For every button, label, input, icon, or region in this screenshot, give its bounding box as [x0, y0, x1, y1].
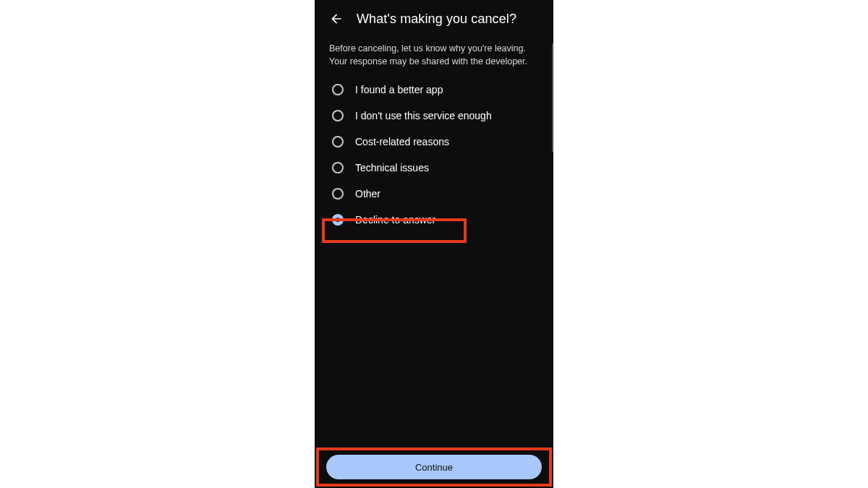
continue-button[interactable]: Continue: [326, 455, 542, 479]
radio-icon-selected: [332, 214, 344, 226]
option-label: Other: [355, 188, 380, 200]
option-decline-to-answer[interactable]: Decline to answer: [315, 207, 553, 233]
option-label: Cost-related reasons: [355, 136, 449, 147]
option-dont-use-enough[interactable]: I don't use this service enough: [315, 103, 553, 129]
header-bar: What's making you cancel?: [315, 0, 553, 35]
back-arrow-icon[interactable]: [328, 10, 345, 27]
cancellation-reason-list: I found a better app I don't use this se…: [315, 77, 553, 233]
footer: Continue: [315, 448, 553, 488]
radio-icon: [332, 84, 344, 95]
highlight-annotation-continue: Continue: [316, 448, 552, 487]
option-other[interactable]: Other: [315, 181, 553, 207]
description-text: Before canceling, let us know why you're…: [315, 35, 553, 77]
option-label: I found a better app: [355, 84, 443, 95]
radio-icon: [332, 110, 344, 121]
option-label: Technical issues: [355, 162, 429, 174]
option-cost-related[interactable]: Cost-related reasons: [315, 129, 553, 155]
radio-icon: [332, 136, 344, 147]
radio-icon: [332, 162, 344, 174]
option-technical-issues[interactable]: Technical issues: [315, 155, 553, 181]
option-label: I don't use this service enough: [355, 110, 492, 121]
continue-button-label: Continue: [415, 462, 453, 473]
option-better-app[interactable]: I found a better app: [315, 77, 553, 103]
page-title: What's making you cancel?: [357, 12, 516, 27]
cancel-survey-screen: What's making you cancel? Before canceli…: [315, 0, 553, 488]
radio-icon: [332, 188, 344, 200]
option-label: Decline to answer: [355, 214, 435, 226]
scrollbar-indicator: [552, 43, 553, 152]
